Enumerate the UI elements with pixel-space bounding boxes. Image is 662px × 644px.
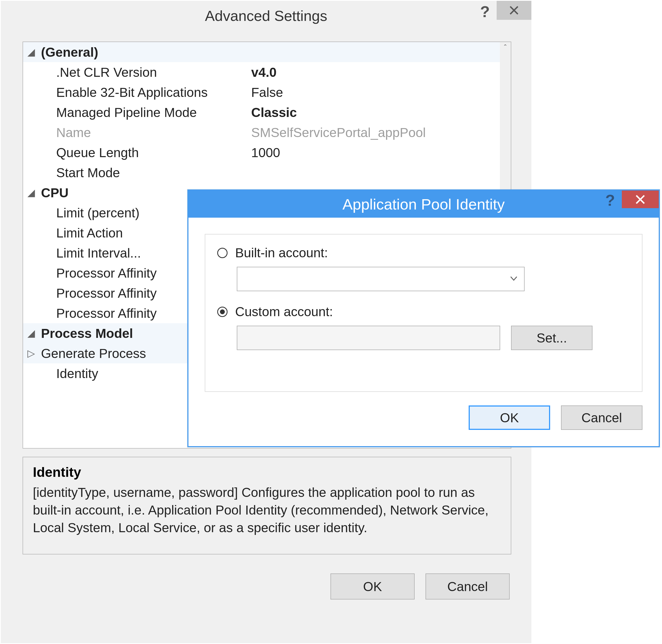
expand-icon[interactable]: ▷	[23, 348, 39, 359]
close-icon	[635, 194, 646, 205]
help-text: [identityType, username, password] Confi…	[33, 484, 501, 536]
built-in-account-label: Built-in account:	[235, 245, 328, 260]
ok-button[interactable]: OK	[330, 573, 415, 599]
prop-net-clr-version[interactable]: .Net CLR Version v4.0	[23, 62, 500, 82]
radio-checked-icon[interactable]	[217, 307, 227, 317]
prop-start-mode[interactable]: Start Mode	[23, 163, 500, 183]
advanced-settings-title: Advanced Settings	[1, 7, 531, 24]
scroll-up-icon[interactable]: ˆ	[500, 42, 511, 53]
radio-unchecked-icon[interactable]	[217, 248, 227, 258]
set-button[interactable]: Set...	[511, 326, 593, 350]
close-button[interactable]	[622, 190, 659, 208]
prop-queue-length[interactable]: Queue Length 1000	[23, 142, 500, 163]
section-general[interactable]: ◢ (General)	[23, 42, 500, 62]
prop-enable-32bit[interactable]: Enable 32-Bit Applications False	[23, 82, 500, 102]
collapse-icon[interactable]: ◢	[23, 327, 39, 339]
collapse-icon[interactable]: ◢	[23, 187, 39, 199]
property-help-panel: Identity [identityType, username, passwo…	[23, 457, 511, 554]
application-pool-identity-dialog: Application Pool Identity ? Built-in acc…	[187, 189, 660, 447]
chevron-down-icon	[509, 274, 518, 284]
help-icon[interactable]: ?	[473, 1, 497, 20]
custom-account-field[interactable]	[237, 326, 500, 350]
close-button[interactable]	[497, 1, 531, 20]
api-titlebar[interactable]: Application Pool Identity ?	[189, 190, 659, 217]
custom-account-label: Custom account:	[235, 304, 333, 319]
advanced-settings-titlebar[interactable]: Advanced Settings ?	[1, 1, 531, 31]
close-icon	[509, 5, 520, 16]
built-in-account-option[interactable]: Built-in account:	[217, 245, 630, 260]
custom-account-option[interactable]: Custom account:	[217, 304, 630, 319]
built-in-account-combo[interactable]	[237, 267, 525, 291]
cancel-button[interactable]: Cancel	[561, 406, 642, 430]
help-icon[interactable]: ?	[598, 190, 622, 208]
api-body: Built-in account: Custom account: Set...	[205, 234, 642, 392]
cancel-button[interactable]: Cancel	[425, 573, 510, 599]
api-title: Application Pool Identity	[189, 196, 659, 213]
prop-name: Name SMSelfServicePortal_appPool	[23, 122, 500, 142]
ok-button[interactable]: OK	[469, 406, 550, 430]
help-title: Identity	[33, 464, 501, 480]
prop-managed-pipeline-mode[interactable]: Managed Pipeline Mode Classic	[23, 102, 500, 122]
collapse-icon[interactable]: ◢	[23, 46, 39, 58]
